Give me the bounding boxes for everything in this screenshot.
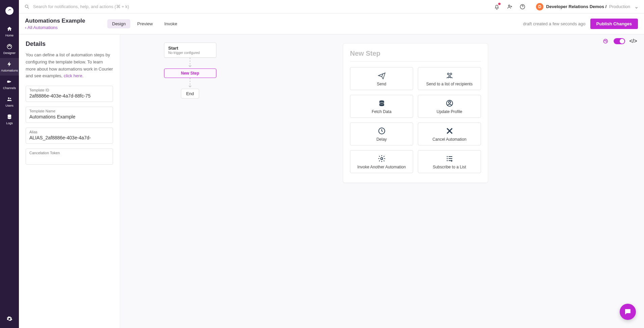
step-fetch-data[interactable]: Fetch Data [350, 95, 413, 118]
svg-point-13 [605, 40, 605, 41]
nav-designer[interactable]: Designer [0, 40, 19, 58]
gear-icon [6, 316, 12, 322]
svg-point-2 [8, 46, 9, 47]
tab-design[interactable]: Design [107, 19, 130, 28]
alias-field[interactable]: Alias [26, 128, 113, 144]
svg-point-19 [379, 101, 384, 102]
help-icon[interactable] [519, 3, 526, 10]
canvas: </> Start No trigger configured New Step… [120, 34, 644, 328]
svg-point-4 [10, 46, 11, 47]
step-subscribe[interactable]: Subscribe to a List [418, 150, 481, 173]
alias-input[interactable] [29, 135, 109, 140]
details-description: You can define a list of automation step… [26, 52, 113, 80]
details-panel: Details You can define a list of automat… [19, 34, 120, 328]
step-cancel[interactable]: Cancel Automation [418, 122, 481, 145]
nav-settings[interactable] [0, 312, 19, 328]
bolt-icon [6, 61, 13, 67]
search-icon [24, 4, 30, 9]
svg-rect-26 [449, 156, 452, 157]
account-switcher[interactable]: D Developer Relations Demos / Production… [536, 3, 639, 10]
publish-button[interactable]: Publish Changes [590, 19, 638, 29]
svg-point-9 [25, 5, 28, 7]
nav-automations[interactable]: Automations [0, 58, 19, 76]
database-icon [6, 113, 13, 120]
details-title: Details [26, 40, 113, 48]
svg-point-10 [508, 5, 510, 6]
svg-point-18 [449, 76, 450, 77]
template-name-input[interactable] [29, 114, 109, 119]
env-name: Production [609, 4, 630, 9]
send-icon [377, 71, 386, 80]
clock-icon [377, 126, 386, 136]
nav-users[interactable]: Users [0, 93, 19, 111]
avatar: D [536, 3, 543, 10]
app-logo [4, 5, 15, 16]
nav-home[interactable]: Home [0, 23, 19, 40]
svg-point-3 [9, 45, 10, 46]
invite-icon[interactable] [506, 3, 513, 10]
chat-fab[interactable] [620, 304, 636, 320]
step-update-profile[interactable]: Update Profile [418, 95, 481, 118]
recipients-icon [445, 71, 454, 80]
cancel-icon [445, 126, 454, 136]
cancel-token-field[interactable]: Cancelation Token [26, 148, 113, 165]
page-title: Automations Example [25, 18, 107, 24]
gear-icon [377, 154, 386, 163]
database-icon [377, 99, 386, 108]
users-icon [6, 96, 13, 103]
svg-point-27 [447, 158, 448, 159]
step-send-list[interactable]: Send to a list of recipients [418, 67, 481, 90]
svg-point-22 [449, 101, 451, 103]
nav-sidebar: Home Designer Automations Channels Users… [0, 0, 19, 328]
nav-logs[interactable]: Logs [0, 111, 19, 128]
docs-link[interactable]: click here [64, 73, 82, 78]
flow-connector [190, 58, 190, 69]
plug-icon [6, 78, 13, 85]
topbar: D Developer Relations Demos / Production… [19, 0, 644, 13]
step-delay[interactable]: Delay [350, 122, 413, 145]
svg-point-14 [606, 40, 607, 41]
nav-label: Users [5, 104, 14, 107]
svg-rect-28 [449, 158, 452, 159]
new-step-panel: New Step Send Send to a list of recipien… [343, 43, 488, 183]
new-step-panel-title: New Step [350, 50, 481, 62]
notifications-icon[interactable] [493, 3, 500, 10]
search-input[interactable] [33, 4, 168, 9]
svg-point-0 [5, 7, 14, 15]
home-icon [6, 26, 13, 32]
step-send[interactable]: Send [350, 67, 413, 90]
cancel-token-input[interactable] [29, 156, 109, 161]
svg-rect-30 [449, 160, 451, 161]
template-name-field[interactable]: Template Name [26, 107, 113, 123]
svg-rect-5 [7, 81, 10, 83]
breadcrumb-back[interactable]: ‹ All Automations [25, 25, 107, 30]
page-header: Automations Example ‹ All Automations De… [19, 13, 644, 34]
nav-label: Channels [3, 86, 16, 90]
svg-point-7 [10, 98, 11, 99]
template-id-input[interactable] [29, 93, 109, 99]
flow-connector [190, 78, 190, 89]
palette-icon [6, 43, 13, 50]
org-name: Developer Relations Demos [546, 4, 604, 9]
list-icon [445, 154, 454, 163]
new-step-button[interactable]: New Step [164, 69, 216, 78]
nav-label: Automations [1, 69, 18, 72]
svg-point-12 [603, 39, 608, 43]
svg-point-6 [8, 98, 10, 99]
draft-status: draft created a few seconds ago [523, 21, 586, 26]
code-view-icon[interactable]: </> [630, 38, 637, 45]
tab-invoke[interactable]: Invoke [160, 19, 182, 28]
flow-start-node[interactable]: Start No trigger configured [164, 43, 216, 58]
svg-point-17 [450, 73, 452, 75]
template-id-field[interactable]: Template ID [26, 86, 113, 102]
nav-channels[interactable]: Channels [0, 76, 19, 93]
view-toggle[interactable] [614, 38, 625, 44]
tab-preview[interactable]: Preview [132, 19, 157, 28]
svg-point-24 [381, 158, 383, 160]
chevron-down-icon: ⌄ [634, 3, 639, 10]
nav-label: Home [5, 34, 14, 37]
nav-label: Logs [6, 121, 13, 125]
theme-icon[interactable] [602, 38, 609, 45]
svg-point-25 [447, 156, 448, 157]
step-invoke[interactable]: Invoke Another Automation [350, 150, 413, 173]
